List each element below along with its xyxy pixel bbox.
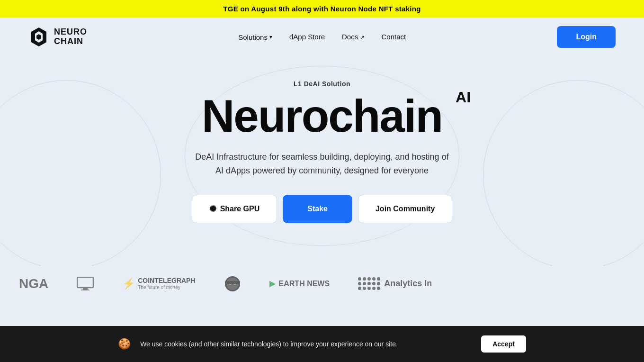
nav-item-contact[interactable]: Contact	[382, 33, 406, 41]
announcement-banner: TGE on August 9th along with Neuron Node…	[0, 0, 644, 18]
hero-section: L1 DeAI Solution Neurochain AI DeAI Infr…	[0, 56, 644, 266]
hero-subtitle: L1 DeAI Solution	[294, 80, 350, 88]
nav-item-docs[interactable]: Docs	[342, 33, 365, 41]
dapp-store-link[interactable]: dApp Store	[289, 33, 325, 41]
navbar: NEURO CHAIN Solutions dApp Store Docs Co…	[0, 18, 644, 56]
nga-logo: NGA	[19, 276, 48, 291]
hero-title: Neurochain	[202, 93, 442, 139]
cointelegraph-logo: ⚡ COINTELEGRAPH The future of money	[122, 277, 195, 290]
banner-text: TGE on August 9th along with Neuron Node…	[223, 5, 421, 13]
hero-description: DeAI Infrastructure for seamless buildin…	[195, 150, 448, 178]
gpu-icon: ✺	[209, 204, 216, 214]
neurochain-logo-icon	[28, 27, 49, 47]
partner-logos-bar: NGA ⚡ COINTELEGRAPH The future of money	[0, 266, 644, 302]
hero-ai-badge: AI	[456, 89, 471, 106]
logo-text: NEURO CHAIN	[54, 27, 87, 46]
cookie-icon: 🍪	[118, 338, 131, 350]
analytics-insight-logo: Analytics In	[358, 277, 432, 290]
stake-button[interactable]: Stake	[283, 195, 352, 223]
svg-rect-3	[77, 277, 93, 288]
ninja-icon	[224, 275, 241, 292]
accept-cookies-button[interactable]: Accept	[481, 335, 526, 353]
monitor-icon	[77, 277, 94, 291]
nav-item-dapp-store[interactable]: dApp Store	[289, 33, 325, 41]
nav-item-solutions[interactable]: Solutions	[238, 33, 272, 41]
cookie-message: We use cookies (and other similar techno…	[140, 340, 472, 348]
contact-link[interactable]: Contact	[382, 33, 406, 41]
share-gpu-button[interactable]: ✺ Share GPU	[192, 195, 277, 223]
cta-buttons: ✺ Share GPU Stake Join Community	[192, 195, 453, 223]
svg-rect-12	[225, 281, 240, 284]
docs-link[interactable]: Docs	[342, 33, 365, 41]
login-button[interactable]: Login	[557, 26, 616, 48]
solutions-link[interactable]: Solutions	[238, 33, 272, 41]
decorative-circle-right	[483, 80, 644, 266]
hero-title-wrapper: Neurochain AI	[202, 93, 442, 139]
analytics-dots	[358, 277, 380, 290]
join-community-button[interactable]: Join Community	[358, 195, 452, 223]
nav-links: Solutions dApp Store Docs Contact	[238, 33, 406, 41]
cointelegraph-icon: ⚡	[122, 278, 135, 290]
cookie-banner: 🍪 We use cookies (and other similar tech…	[0, 326, 644, 362]
logo[interactable]: NEURO CHAIN	[28, 27, 87, 47]
decorative-circle-left	[0, 80, 161, 266]
monitor-logo	[77, 277, 94, 291]
earth-news-logo: ▶ EARTH NEWS	[269, 279, 330, 288]
ninja-logo	[224, 275, 241, 292]
svg-rect-5	[81, 290, 89, 290]
